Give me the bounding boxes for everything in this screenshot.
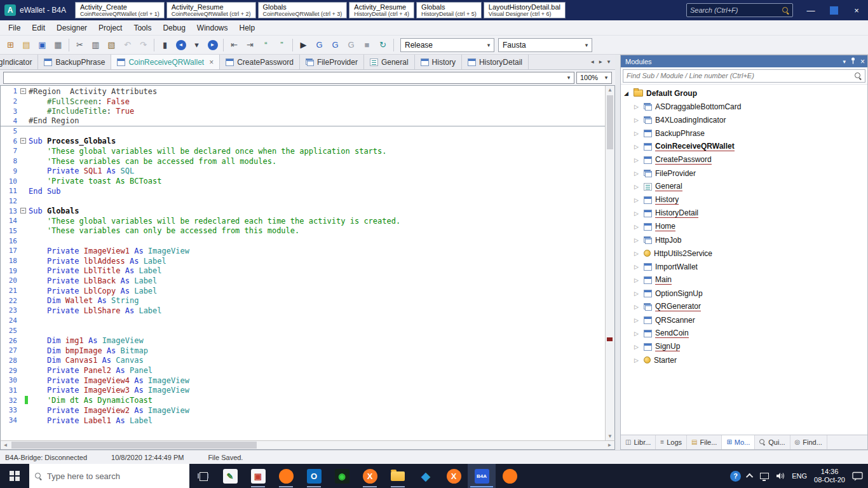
scroll-left-arrow[interactable]: ◄ xyxy=(1,442,10,448)
language-indicator[interactable]: ENG xyxy=(792,472,807,480)
uncomment-button[interactable]: ” xyxy=(275,37,289,52)
save-all-button[interactable]: ▦ xyxy=(51,37,65,52)
zoom-dropdown[interactable]: 100% ▾ xyxy=(576,72,612,84)
expand-arrow-icon[interactable]: ▷ xyxy=(634,304,641,310)
expand-arrow-icon[interactable]: ▷ xyxy=(634,170,641,177)
fold-toggle[interactable]: − xyxy=(20,88,26,94)
display-tray-icon[interactable] xyxy=(760,473,769,479)
module-item[interactable]: ▷FileProvider xyxy=(621,166,867,180)
expand-arrow-icon[interactable]: ▷ xyxy=(634,157,641,163)
code-lines[interactable]: 1−#Region Activity Attributes2 #FullScre… xyxy=(1,86,605,440)
hidden-icons-chevron[interactable] xyxy=(746,473,753,480)
expand-arrow-icon[interactable]: ▷ xyxy=(634,104,641,110)
document-tab[interactable]: History xyxy=(415,55,462,69)
menu-file[interactable]: File xyxy=(3,20,26,36)
editor-horizontal-scrollbar[interactable]: ◄ ► xyxy=(0,440,615,450)
module-item[interactable]: ▷SendCoin xyxy=(621,327,867,340)
taskbar-diamond-app[interactable]: ◆ xyxy=(412,464,440,488)
module-item[interactable]: ▷HistoryDetail xyxy=(621,207,867,220)
navigate-back-button[interactable]: ◄ xyxy=(173,37,188,52)
taskbar-b4a-ide[interactable]: B4A xyxy=(468,464,496,488)
tray-help-icon[interactable]: ? xyxy=(730,471,741,482)
task-view-button[interactable] xyxy=(189,464,216,488)
code-editor[interactable]: 1−#Region Activity Attributes2 #FullScre… xyxy=(0,85,615,440)
expand-arrow-icon[interactable]: ▷ xyxy=(634,330,641,337)
taskbar-file-explorer[interactable] xyxy=(384,464,412,488)
module-item[interactable]: ▷B4XLoadingIndicator xyxy=(621,113,867,126)
quick-tab[interactable]: GlobalsHistoryDetail (ctrl + 5) xyxy=(416,2,482,19)
member-dropdown[interactable]: ▾ xyxy=(3,72,574,84)
debug-step-button-2[interactable]: G xyxy=(328,37,342,52)
expand-arrow-icon[interactable]: ▷ xyxy=(634,144,641,150)
modules-search-input[interactable] xyxy=(627,72,855,79)
menu-designer[interactable]: Designer xyxy=(51,20,93,36)
volume-icon[interactable] xyxy=(776,472,785,480)
module-item[interactable]: ▷QRScanner xyxy=(621,313,867,327)
comment-button[interactable]: “ xyxy=(259,37,273,52)
paste-button[interactable]: ▧ xyxy=(104,37,119,52)
document-tab[interactable]: General xyxy=(364,55,415,69)
module-group[interactable]: ◢ Default Group xyxy=(621,86,867,100)
taskbar-clock[interactable]: 14:36 08-Oct-20 xyxy=(814,468,845,484)
expand-arrow-icon[interactable]: ▷ xyxy=(634,317,641,323)
close-tab-button[interactable]: × xyxy=(209,58,214,67)
module-item[interactable]: ▷CreatePassword xyxy=(621,153,867,166)
tab-list-dropdown[interactable]: ▼ xyxy=(606,59,611,65)
taskbar-text-editor-app[interactable]: ✎ xyxy=(216,464,244,488)
expand-arrow-icon[interactable]: ▷ xyxy=(634,184,641,190)
modules-search[interactable] xyxy=(623,69,865,83)
close-button[interactable]: × xyxy=(845,0,868,20)
module-item[interactable]: ▷Starter xyxy=(621,353,867,367)
quick-tab[interactable]: Activity_ResumeCoinReceiveQRWallet (ctrl… xyxy=(166,2,256,19)
module-item[interactable]: ▷History xyxy=(621,193,867,207)
module-item[interactable]: ▷OptionSignUp xyxy=(621,287,867,300)
expand-arrow-icon[interactable]: ▷ xyxy=(634,237,641,243)
expand-arrow-icon[interactable]: ▷ xyxy=(634,277,641,283)
scroll-up-arrow[interactable]: ▲ xyxy=(606,87,614,93)
pin-icon[interactable] xyxy=(850,57,856,65)
module-item[interactable]: ▷Home xyxy=(621,220,867,233)
taskbar-search-input[interactable] xyxy=(47,471,184,481)
debug-step-button-3[interactable]: G xyxy=(344,37,358,52)
module-item[interactable]: ▷General xyxy=(621,180,867,193)
build-config-dropdown[interactable]: Release ▾ xyxy=(400,38,494,52)
maximize-button[interactable] xyxy=(822,0,845,20)
taskbar-firefox-2[interactable] xyxy=(496,464,524,488)
minimize-button[interactable]: — xyxy=(799,0,822,20)
taskbar-firefox[interactable] xyxy=(272,464,300,488)
panel-tab-quick-search[interactable]: Qui... xyxy=(755,435,790,449)
module-item[interactable]: ▷HttpUtils2Service xyxy=(621,247,867,260)
redo-button[interactable]: ↷ xyxy=(136,37,151,52)
module-item[interactable]: ▷HttpJob xyxy=(621,233,867,247)
close-panel-icon[interactable]: × xyxy=(860,58,865,65)
panel-tab-book[interactable]: Libr... xyxy=(621,435,656,449)
module-item[interactable]: ▷ImportWallet xyxy=(621,260,867,273)
scroll-right-arrow[interactable]: ► xyxy=(605,442,614,448)
scroll-tabs-left-button[interactable]: ◄ xyxy=(590,59,595,65)
document-tab[interactable]: CoinReceiveQRWallet× xyxy=(111,55,220,69)
panel-tab-files[interactable]: File... xyxy=(687,435,722,449)
taskbar-package-app[interactable]: ▣ xyxy=(244,464,272,488)
document-tab[interactable]: HistoryDetail xyxy=(462,55,529,69)
fold-toggle[interactable]: − xyxy=(20,208,26,214)
bookmark-button[interactable]: ▮ xyxy=(158,37,172,52)
module-item[interactable]: ▷SignUp xyxy=(621,340,867,353)
document-tab[interactable]: BackupPhrase xyxy=(38,55,111,69)
save-button[interactable]: ▣ xyxy=(35,37,50,52)
taskbar-xampp-2[interactable]: X xyxy=(440,464,468,488)
module-item[interactable]: ▷Main xyxy=(621,273,867,287)
titlebar-search[interactable] xyxy=(686,3,793,17)
clean-project-button[interactable]: ↻ xyxy=(376,37,390,52)
menu-project[interactable]: Project xyxy=(93,20,128,36)
panel-tab-find[interactable]: Find... xyxy=(790,435,827,449)
start-button[interactable] xyxy=(0,464,29,488)
undo-button[interactable]: ↶ xyxy=(120,37,135,52)
taskbar-outlook[interactable]: O xyxy=(300,464,328,488)
module-item[interactable]: ▷ASDraggableBottomCard xyxy=(621,100,867,113)
menu-debug[interactable]: Debug xyxy=(157,20,191,36)
expand-arrow-icon[interactable]: ▷ xyxy=(634,357,641,363)
scroll-tabs-right-button[interactable]: ► xyxy=(598,59,603,65)
panel-tab-logs[interactable]: Logs xyxy=(656,435,687,449)
indent-button[interactable]: ⇥ xyxy=(243,37,257,52)
expand-arrow-icon[interactable]: ▷ xyxy=(634,197,641,203)
